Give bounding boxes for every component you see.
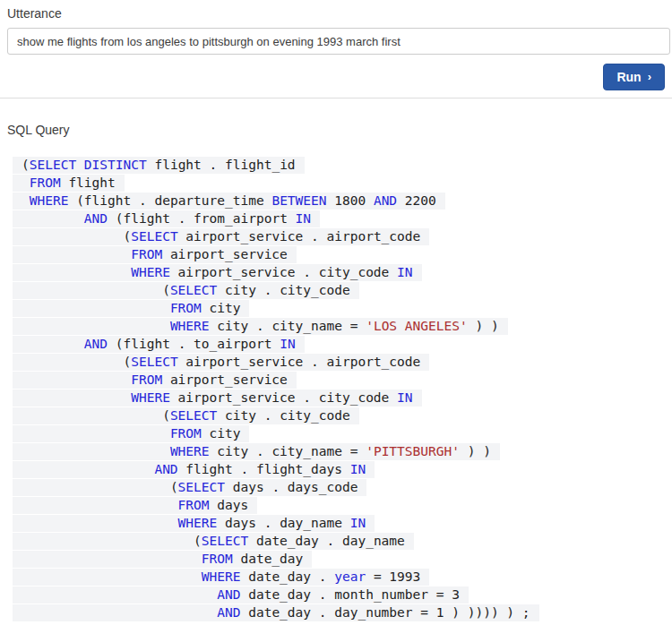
sql-code-line: (SELECT city . city_code <box>13 282 665 300</box>
sql-code-line: WHERE airport_service . city_code IN <box>13 390 665 407</box>
sql-code-line: FROM city <box>13 425 665 443</box>
sql-code-line: AND (flight . from_airport IN <box>13 210 665 228</box>
sql-code-line: WHERE (flight . departure_time BETWEEN 1… <box>13 193 665 210</box>
sql-code-line: WHERE date_day . year = 1993 <box>13 569 665 586</box>
sql-code-line: (SELECT date_day . day_name <box>13 533 665 551</box>
run-button[interactable]: Run › <box>603 64 665 90</box>
sql-code-line: FROM airport_service <box>13 246 665 264</box>
sql-code-line: FROM flight <box>13 175 665 193</box>
sql-code-line: AND flight . flight_days IN <box>13 461 665 479</box>
run-button-label: Run <box>616 70 641 84</box>
sql-code-line: AND (flight . to_airport IN <box>13 336 665 354</box>
sql-code-line: AND date_day . month_number = 3 <box>13 586 665 604</box>
utterance-panel: Utterance Run › <box>0 0 672 98</box>
sql-code-line: AND date_day . day_number = 1 ) )))) ) ; <box>13 604 665 622</box>
sql-code-block: (SELECT DISTINCT flight . flight_id FROM… <box>13 157 665 622</box>
sql-code-line: WHERE city . city_name = 'LOS ANGELES' )… <box>13 318 665 336</box>
utterance-input[interactable] <box>7 28 670 55</box>
sql-code-line: WHERE days . day_name IN <box>13 515 665 533</box>
sql-code-line: (SELECT airport_service . airport_code <box>13 228 665 246</box>
sql-query-label: SQL Query <box>7 123 665 137</box>
sql-query-panel: SQL Query (SELECT DISTINCT flight . flig… <box>0 98 672 622</box>
sql-code-line: (SELECT city . city_code <box>13 407 665 425</box>
sql-code-line: WHERE city . city_name = 'PITTSBURGH' ) … <box>13 443 665 461</box>
sql-code-line: FROM date_day <box>13 551 665 569</box>
chevron-right-icon: › <box>648 70 651 83</box>
sql-code-line: FROM airport_service <box>13 372 665 390</box>
run-row: Run › <box>7 64 665 98</box>
sql-code-line: WHERE airport_service . city_code IN <box>13 264 665 282</box>
sql-code-line: (SELECT airport_service . airport_code <box>13 354 665 372</box>
sql-code-line: FROM days <box>13 497 665 515</box>
sql-code-line: (SELECT days . days_code <box>13 479 665 497</box>
sql-code-line: FROM city <box>13 300 665 318</box>
sql-code-line: (SELECT DISTINCT flight . flight_id <box>13 157 665 175</box>
utterance-label: Utterance <box>7 6 665 21</box>
